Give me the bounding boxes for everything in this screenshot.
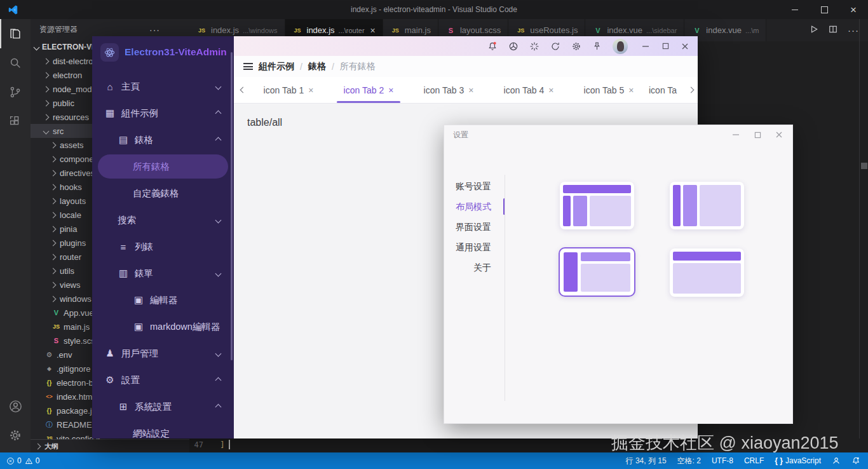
sidebar-menu-item[interactable]: 用戶管理: [92, 340, 234, 367]
app-tab[interactable]: icon Tab 5 ×: [569, 77, 649, 103]
breadcrumb-item[interactable]: 組件示例: [259, 61, 294, 72]
scroll-tabs-right-icon[interactable]: [686, 88, 696, 92]
account-icon[interactable]: [0, 391, 31, 421]
user-icon: [104, 348, 116, 359]
collapse-menu-icon[interactable]: [243, 63, 253, 70]
avatar[interactable]: [613, 39, 628, 54]
eol-sequence[interactable]: CRLF: [744, 456, 764, 465]
maximize-icon[interactable]: [810, 0, 839, 19]
layout-option-double-aside-columns[interactable]: [670, 182, 744, 229]
layout-option-classic-aside-header-selected[interactable]: [559, 247, 635, 297]
sidebar-menu-item[interactable]: 組件示例: [92, 100, 234, 126]
sidebar-menu-item[interactable]: 錶單: [92, 260, 234, 287]
feedback-icon[interactable]: [832, 456, 841, 465]
settings-gear-icon: [104, 374, 116, 386]
close-icon[interactable]: ×: [388, 85, 393, 95]
table-icon: [118, 134, 129, 146]
chevron-right-icon: [50, 212, 57, 218]
sidebar-menu-item[interactable]: 搜索: [92, 207, 234, 233]
close-icon[interactable]: ×: [548, 85, 553, 95]
info-icon: [44, 420, 55, 430]
sidebar-scrollbar[interactable]: [231, 52, 233, 360]
json-icon: [44, 407, 55, 414]
chevron-right-icon: [50, 282, 57, 288]
close-icon[interactable]: [775, 130, 783, 139]
app-tab[interactable]: icon Tab 3 ×: [409, 77, 489, 103]
refresh-icon[interactable]: [550, 41, 560, 51]
editor-icon: [133, 294, 144, 306]
close-tab-icon[interactable]: ×: [370, 25, 376, 36]
maximize-icon[interactable]: [661, 42, 670, 51]
search-icon[interactable]: [0, 48, 31, 78]
close-icon[interactable]: ×: [308, 85, 313, 95]
chevron-down-icon: [34, 44, 40, 50]
close-icon[interactable]: [681, 42, 689, 51]
settings-gear-icon[interactable]: [0, 421, 31, 450]
sparkle-icon[interactable]: [529, 41, 539, 51]
layout-option-header-only[interactable]: [670, 248, 744, 297]
layout-option-header-with-double-aside[interactable]: [560, 182, 634, 229]
scrollbar-thumb[interactable]: [861, 163, 867, 169]
outline-section[interactable]: 大纲: [31, 439, 189, 452]
chevron-up-icon: [215, 404, 222, 410]
minimize-icon[interactable]: [731, 130, 740, 139]
app-brand[interactable]: Electron31-ViteAdmin: [92, 36, 234, 68]
sidebar-menu-item[interactable]: 錶格: [92, 126, 234, 153]
notifications-bell-icon[interactable]: [851, 456, 860, 465]
settings-menu-item[interactable]: 界面设置: [454, 217, 491, 237]
app-topbar: [234, 36, 698, 56]
app-tab[interactable]: icon Ta: [649, 77, 686, 103]
html-icon: [44, 393, 55, 400]
editor-scrollbar[interactable]: [859, 19, 868, 438]
sidebar-menu-item[interactable]: 編輯器: [92, 287, 234, 313]
sidebar-menu-item[interactable]: 設置: [92, 367, 234, 393]
sidebar-menu-item[interactable]: markdown編輯器: [92, 313, 234, 340]
sidebar-menu-item[interactable]: 網站設定: [92, 420, 234, 438]
chevron-right-icon: [50, 226, 57, 232]
settings-menu-item[interactable]: 账号设置: [454, 176, 491, 196]
app-tab[interactable]: icon Tab 1 ×: [248, 77, 329, 103]
source-control-icon[interactable]: [0, 78, 31, 107]
settings-menu-item[interactable]: 布局模式: [454, 196, 491, 217]
chevron-right-icon: [50, 156, 57, 162]
run-icon[interactable]: [810, 25, 818, 36]
extensions-icon[interactable]: [0, 107, 31, 136]
errors-indicator[interactable]: 0: [6, 456, 22, 465]
language-mode[interactable]: { } JavaScript: [775, 456, 821, 465]
list-icon: [118, 241, 129, 252]
app-menu: 主頁 組件示例 錶格 所有錶格: [92, 68, 234, 438]
breadcrumb-item[interactable]: 錶格: [308, 61, 326, 72]
minimize-icon[interactable]: [641, 42, 650, 51]
notification-bell-icon[interactable]: [487, 41, 498, 51]
indentation[interactable]: 空格: 2: [677, 456, 701, 466]
scroll-tabs-left-icon[interactable]: [238, 88, 248, 92]
sidebar-menu-item[interactable]: 列錶: [92, 233, 234, 260]
chevron-down-icon: [215, 217, 222, 223]
app-sidebar: Electron31-ViteAdmin 主頁 組件示例 錶格: [92, 36, 234, 438]
pin-icon[interactable]: [592, 41, 602, 51]
settings-menu-item[interactable]: 关于: [454, 257, 491, 278]
globe-icon[interactable]: [508, 41, 519, 51]
scss-icon: [51, 337, 62, 344]
minimize-icon[interactable]: [780, 0, 810, 19]
sidebar-menu-item[interactable]: 主頁: [92, 73, 234, 100]
app-tab[interactable]: icon Tab 2 ×: [329, 77, 409, 103]
maximize-icon[interactable]: [753, 130, 762, 139]
close-icon[interactable]: [839, 0, 868, 19]
more-actions-icon[interactable]: ···: [149, 25, 160, 35]
sidebar-menu-item[interactable]: 系統設置: [92, 393, 234, 420]
sidebar-menu-item[interactable]: 自定義錶格: [92, 180, 234, 207]
warnings-indicator[interactable]: 0: [25, 456, 40, 465]
settings-menu-item[interactable]: 通用设置: [454, 237, 491, 257]
explorer-header: 资源管理器: [39, 24, 78, 35]
settings-gear-icon[interactable]: [571, 41, 581, 51]
explorer-icon[interactable]: [0, 19, 31, 48]
encoding[interactable]: UTF-8: [712, 456, 733, 465]
close-icon[interactable]: ×: [468, 85, 473, 95]
sidebar-menu-item[interactable]: 所有錶格: [98, 154, 228, 179]
more-icon[interactable]: ···: [848, 25, 859, 36]
cursor-position[interactable]: 行 34, 列 15: [626, 456, 667, 466]
app-tab[interactable]: icon Tab 4 ×: [489, 77, 569, 103]
close-icon[interactable]: ×: [628, 85, 634, 95]
split-editor-icon[interactable]: [829, 25, 837, 36]
